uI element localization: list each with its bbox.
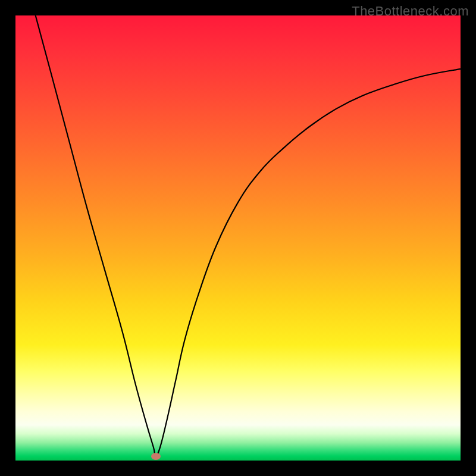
- bottleneck-curve: [36, 15, 461, 456]
- watermark-text: TheBottleneck.com: [352, 4, 469, 19]
- curve-svg: [15, 15, 461, 461]
- plot-area: [15, 15, 461, 461]
- chart-frame: [15, 15, 461, 461]
- optimal-point-marker: [151, 453, 161, 460]
